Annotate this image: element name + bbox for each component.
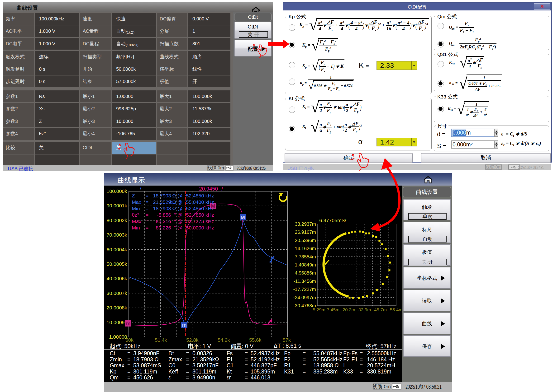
svg-text:52.8k: 52.8k	[186, 337, 199, 343]
svg-text:-89.226: -89.226	[154, 225, 171, 231]
svg-text:18.7903: 18.7903	[153, 206, 171, 211]
svg-text:50.0000 kHz: 50.0000 kHz	[186, 225, 214, 231]
svg-text:6.37705mS/: 6.37705mS/	[319, 217, 346, 223]
svg-text:70.0003k: 70.0003k	[107, 232, 127, 238]
svg-text:20.2m: 20.2m	[343, 307, 355, 312]
svg-text:21.3529: 21.3529	[153, 199, 171, 205]
svg-text:54.2k: 54.2k	[218, 337, 230, 343]
svg-text:=: =	[146, 199, 149, 205]
svg-text:20.5396m: 20.5396m	[295, 238, 316, 243]
svg-text:52.4850 kHz: 52.4850 kHz	[186, 212, 214, 217]
svg-text:-11.3456m: -11.3456m	[294, 279, 316, 284]
svg-text:Max: Max	[132, 199, 141, 205]
svg-text:85.316: 85.316	[156, 218, 171, 224]
svg-text:=: =	[146, 218, 149, 224]
svg-text:M: M	[241, 215, 245, 220]
svg-text:26.9167m: 26.9167m	[295, 230, 316, 235]
svg-text:Z: Z	[132, 193, 135, 198]
svg-text:32.9m: 32.9m	[359, 307, 371, 312]
svg-text:=: =	[146, 193, 149, 198]
svg-text:33.2937m: 33.2937m	[295, 221, 316, 227]
svg-text:-17.7227m: -17.7227m	[293, 287, 316, 292]
svg-text:=: =	[146, 225, 149, 231]
svg-text:Ω @: Ω @	[172, 206, 182, 211]
svg-text:m: m	[182, 322, 187, 328]
svg-text:51.4k: 51.4k	[155, 337, 167, 343]
svg-text:55.0400 kHz: 55.0400 kHz	[186, 199, 214, 205]
svg-text:θz°: θz°	[132, 212, 139, 217]
svg-text:40.0006k: 40.0006k	[107, 276, 127, 281]
svg-text:45.7m: 45.7m	[374, 307, 387, 312]
svg-text:=: =	[146, 206, 149, 211]
svg-text:18.7903: 18.7903	[153, 193, 171, 198]
svg-text:20.0008k: 20.0008k	[107, 305, 127, 310]
svg-text:80.0002k: 80.0002k	[107, 217, 127, 223]
svg-text:7.45m: 7.45m	[327, 307, 339, 312]
svg-text:58.4m: 58.4m	[390, 307, 402, 312]
svg-text:kΩ @: kΩ @	[170, 199, 182, 205]
svg-text:Min: Min	[132, 225, 140, 231]
svg-text:------ /: ------ /	[129, 186, 141, 191]
svg-text:-24.0997m: -24.0997m	[293, 295, 316, 300]
svg-text:-4.96856m: -4.96856m	[293, 270, 316, 275]
svg-text:90.0001k: 90.0001k	[107, 203, 127, 208]
svg-text:55.6k: 55.6k	[249, 337, 262, 343]
svg-text:Max: Max	[132, 218, 141, 224]
svg-text:° @: ° @	[174, 225, 182, 231]
svg-text:-5.29m: -5.29m	[311, 307, 325, 312]
svg-text:30.0007k: 30.0007k	[107, 290, 127, 296]
svg-text:52.4850 kHz: 52.4850 kHz	[186, 193, 214, 198]
svg-text:-5.856: -5.856	[157, 212, 171, 217]
svg-text:20.9450 °/: 20.9450 °/	[199, 186, 223, 192]
svg-text:Min: Min	[132, 206, 140, 211]
svg-text:° @: ° @	[174, 218, 182, 224]
svg-text:50.0005k: 50.0005k	[107, 261, 127, 267]
svg-text:Ω @: Ω @	[172, 193, 182, 198]
svg-text:1.40849m: 1.40849m	[295, 262, 316, 267]
svg-text:100.000k: 100.000k	[107, 189, 127, 194]
svg-text:57k: 57k	[283, 337, 291, 343]
svg-text:° @: ° @	[174, 212, 182, 217]
svg-text:60.0004k: 60.0004k	[107, 247, 127, 252]
svg-text:53.7275 kHz: 53.7275 kHz	[186, 218, 214, 224]
svg-text:52.4850 kHz: 52.4850 kHz	[186, 206, 214, 211]
svg-text:14.1626m: 14.1626m	[295, 246, 316, 251]
svg-text:50k: 50k	[125, 337, 134, 343]
svg-text:1.00000: 1.00000	[109, 334, 127, 340]
svg-text:10.0009k: 10.0009k	[107, 320, 127, 325]
svg-text:m: m	[126, 321, 131, 327]
svg-text:7.78554m: 7.78554m	[295, 254, 316, 259]
svg-text:=: =	[146, 212, 149, 217]
